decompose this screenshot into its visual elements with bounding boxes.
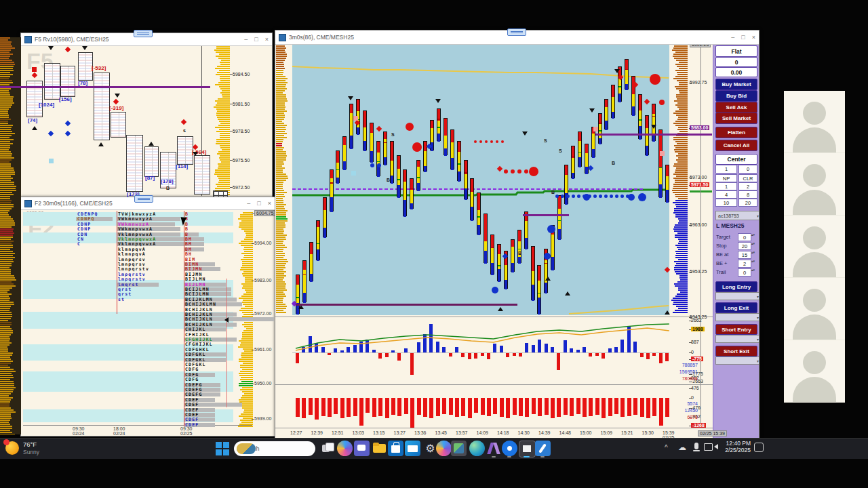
minimize-button[interactable]: – <box>247 197 250 209</box>
window-tab-pill[interactable] <box>134 30 153 37</box>
store-icon[interactable] <box>388 441 403 456</box>
teams-icon[interactable] <box>354 441 370 456</box>
close-button[interactable]: × <box>752 31 755 43</box>
cancel-all-button[interactable]: Cancel All <box>715 140 757 151</box>
candle[interactable] <box>531 246 535 300</box>
weather-widget[interactable]: 76°F Sunny <box>4 440 85 458</box>
candle[interactable] <box>578 131 582 167</box>
long-exit-selector[interactable] <box>715 313 760 321</box>
be--input[interactable]: 2 <box>738 260 751 268</box>
qty-preset-10[interactable]: 10 <box>715 199 737 207</box>
qty-preset-8[interactable]: 8 <box>738 190 757 199</box>
qty-preset-20[interactable]: 20 <box>738 199 757 207</box>
candle[interactable] <box>524 211 528 249</box>
candle[interactable] <box>349 104 353 148</box>
spinner[interactable]: ▴▾ <box>751 268 755 272</box>
footprint-cluster[interactable] <box>194 155 210 195</box>
file-explorer-icon[interactable] <box>372 441 387 456</box>
window-f2-tpo-chart[interactable]: F2 30m0s(1166), CME/ESH25 –□× F2 6005.50… <box>20 197 275 436</box>
candle[interactable] <box>497 244 501 281</box>
qty-preset-clr[interactable]: CLR <box>738 174 757 182</box>
candle[interactable] <box>591 127 595 157</box>
footprint-cluster[interactable] <box>78 52 93 81</box>
device-icon[interactable] <box>704 443 713 451</box>
window-tab-pill[interactable] <box>507 28 526 36</box>
candle[interactable] <box>665 165 669 202</box>
candle[interactable] <box>302 260 307 302</box>
spinner[interactable]: ▴▾ <box>751 260 755 263</box>
candle[interactable] <box>470 178 474 220</box>
copilot-icon[interactable] <box>337 441 353 456</box>
candle[interactable] <box>309 242 313 282</box>
qty-preset-2[interactable]: 2 <box>738 182 757 190</box>
candle[interactable] <box>450 129 454 169</box>
order-qty-alt[interactable]: 0 <box>738 165 757 174</box>
target-input[interactable]: 0 <box>738 233 751 241</box>
short-exit-selector[interactable] <box>715 357 760 365</box>
spinner[interactable]: ▴▾ <box>751 251 755 254</box>
maximize-button[interactable]: □ <box>254 33 258 45</box>
footprint-cluster[interactable] <box>144 146 159 177</box>
close-button[interactable]: × <box>268 197 271 209</box>
candle[interactable] <box>557 195 561 240</box>
qty-preset-4[interactable]: 4 <box>715 190 737 199</box>
clock[interactable]: 12:40 PM 2/25/2025 <box>715 440 751 458</box>
long-exit-button[interactable]: Long Exit <box>715 302 757 313</box>
main-chart-area[interactable]: SSSBBBB6002.255992.755983.005973.005971.… <box>275 30 759 439</box>
candle[interactable] <box>330 169 334 211</box>
sell-market-button[interactable]: Sell Market <box>715 113 757 124</box>
footprint-cluster[interactable] <box>60 66 75 97</box>
candle[interactable] <box>464 160 468 200</box>
candle[interactable] <box>397 155 401 197</box>
onedrive-cloud-icon[interactable]: ☁ <box>678 443 686 452</box>
candle[interactable] <box>564 165 568 205</box>
edge-icon[interactable] <box>469 441 485 456</box>
order-qty-input[interactable]: 1 <box>715 165 737 174</box>
candle[interactable] <box>625 59 629 89</box>
tray-chevron-icon[interactable]: ^ <box>665 444 668 451</box>
start-button[interactable] <box>216 442 229 455</box>
spinner[interactable]: ▴▾ <box>751 233 755 237</box>
candle[interactable] <box>376 141 380 176</box>
candle[interactable] <box>611 85 615 117</box>
buy-bid-button[interactable]: Buy Bid <box>715 90 757 102</box>
window-f5-footprint-chart[interactable]: F5 Rv10(5980), CME/ESH25 –□× F5 [74][102… <box>20 33 273 198</box>
search-input[interactable]: Search <box>234 441 315 456</box>
center-button[interactable]: Center <box>715 154 757 165</box>
short-exit-button[interactable]: Short Exit <box>715 346 757 357</box>
candle[interactable] <box>457 141 461 181</box>
footprint-cluster[interactable] <box>177 136 193 165</box>
candle[interactable] <box>477 192 481 235</box>
mail-icon[interactable] <box>405 441 420 456</box>
footprint-cluster[interactable] <box>44 63 60 100</box>
candle[interactable] <box>403 169 407 216</box>
candle[interactable] <box>370 123 374 163</box>
buy-market-button[interactable]: Buy Market <box>715 79 757 90</box>
candle[interactable] <box>316 220 320 260</box>
trading-app-icon[interactable] <box>519 441 536 458</box>
visual-studio-icon[interactable] <box>486 441 502 456</box>
candle[interactable] <box>410 178 414 209</box>
paint-icon[interactable] <box>535 441 551 456</box>
sell-ask-button[interactable]: Sell Ask <box>715 102 757 113</box>
candle[interactable] <box>490 235 494 274</box>
candle[interactable] <box>638 94 642 139</box>
media-player-icon[interactable] <box>436 441 452 456</box>
trail-input[interactable]: 0 <box>738 268 751 277</box>
short-entry-selector[interactable] <box>715 335 760 343</box>
task-view-icon[interactable] <box>320 441 336 456</box>
candle[interactable] <box>511 239 515 272</box>
notification-center-icon[interactable] <box>754 443 764 452</box>
candle[interactable] <box>585 144 589 174</box>
candle[interactable] <box>537 265 541 314</box>
candle[interactable] <box>390 141 394 183</box>
candle[interactable] <box>342 136 347 169</box>
short-entry-button[interactable]: Short Entry <box>715 324 757 335</box>
candle[interactable] <box>443 118 448 155</box>
candle[interactable] <box>323 197 327 237</box>
account-selector[interactable]: ac138753 <box>715 211 760 220</box>
minimize-button[interactable]: – <box>731 31 734 43</box>
spinner[interactable]: ▴▾ <box>751 242 755 245</box>
maximize-button[interactable]: □ <box>741 31 745 43</box>
candle[interactable] <box>383 131 387 164</box>
